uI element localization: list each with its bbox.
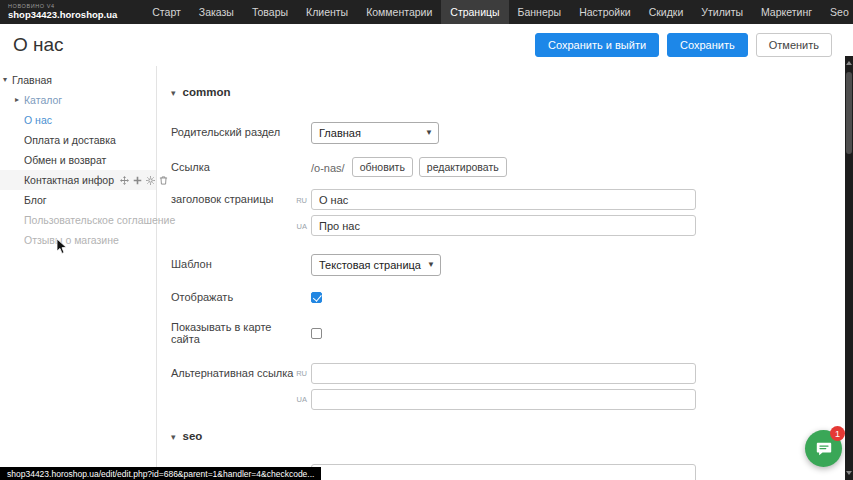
menu-item-settings[interactable]: Настройки (570, 0, 640, 24)
alt-link-label: Альтернативная ссылка (171, 363, 295, 380)
chat-unread-badge: 1 (830, 426, 845, 441)
caret-down-icon: ▾ (171, 88, 176, 98)
tree-item-exchange-return[interactable]: Обмен и возврат (0, 150, 156, 170)
move-icon[interactable] (120, 176, 129, 185)
page-title-label: заголовок страницы (171, 189, 295, 206)
menu-item-orders[interactable]: Заказы (190, 0, 243, 24)
link-edit-button[interactable]: редактировать (419, 157, 507, 177)
page-title-ua-input[interactable] (311, 215, 696, 236)
tree-item-main[interactable]: ▾ Главная (0, 70, 156, 90)
save-and-exit-button[interactable]: Сохранить и выйти (535, 33, 659, 57)
display-label: Отображать (171, 291, 295, 304)
section-seo[interactable]: ▾seo (171, 430, 845, 442)
page-header: О нас Сохранить и выйти Сохранить Отмени… (0, 24, 845, 66)
link-update-button[interactable]: обновить (352, 157, 413, 177)
link-label: Ссылка (171, 157, 295, 174)
parent-section-value: Главная (319, 127, 361, 139)
chat-bubble-icon (815, 440, 833, 458)
caret-down-icon[interactable]: ▾ (3, 75, 7, 84)
scroll-down-icon[interactable] (845, 468, 853, 478)
section-common-label: common (183, 86, 231, 98)
vertical-scrollbar[interactable] (845, 56, 853, 480)
tree-item-label: Оплата и доставка (24, 134, 116, 146)
menu-item-start[interactable]: Старт (143, 0, 190, 24)
menu-item-products[interactable]: Товары (243, 0, 297, 24)
chevron-down-icon: ▼ (427, 260, 435, 269)
cancel-button[interactable]: Отменить (756, 33, 832, 57)
tree-item-shop-reviews[interactable]: Отзывы о магазине (0, 230, 156, 250)
tree-item-label: Блог (24, 194, 47, 206)
pages-tree-sidebar: ▾ Главная ▸ Каталог О нас Оплата и доста… (0, 66, 157, 480)
add-icon[interactable] (133, 176, 142, 185)
tree-item-payment-delivery[interactable]: Оплата и доставка (0, 130, 156, 150)
topbar: НОВОВИНО V4 shop34423.horoshop.ua Старт … (0, 0, 853, 24)
alt-link-ru-input[interactable] (311, 363, 696, 384)
body: ▾ Главная ▸ Каталог О нас Оплата и доста… (0, 66, 845, 480)
menu-item-utilities[interactable]: Утилиты (692, 0, 752, 24)
caret-down-icon: ▾ (171, 432, 176, 442)
tree-item-label: Каталог (24, 94, 62, 106)
browser-status-url: shop34423.horoshop.ua/edit/edit.php?id=6… (0, 467, 321, 480)
sitemap-checkbox[interactable] (311, 328, 322, 339)
tree-item-label: Пользовательское соглашение (24, 214, 175, 226)
tree-item-label: Обмен и возврат (24, 154, 106, 166)
html-title-ru-input[interactable] (311, 464, 696, 480)
parent-section-label: Родительский раздел (171, 122, 295, 139)
lang-ru-label: RU (295, 195, 307, 205)
tree-item-catalog[interactable]: ▸ Каталог (0, 90, 156, 110)
gear-icon[interactable] (146, 176, 155, 185)
tree-item-label: О нас (24, 114, 52, 126)
brand-domain: shop34423.horoshop.ua (8, 10, 117, 20)
tree-item-about[interactable]: О нас (0, 110, 156, 130)
menu-item-banners[interactable]: Баннеры (509, 0, 571, 24)
parent-section-row: Родительский раздел Главная ▼ (171, 122, 845, 144)
tree-item-blog[interactable]: Блог (0, 190, 156, 210)
menu-item-discounts[interactable]: Скидки (640, 0, 693, 24)
menu-item-clients[interactable]: Клиенты (297, 0, 357, 24)
menu-item-marketing[interactable]: Маркетинг (752, 0, 821, 24)
tree-item-label: Главная (12, 74, 52, 86)
section-seo-label: seo (183, 430, 203, 442)
alt-link-ua-input[interactable] (311, 389, 696, 410)
tree-item-label: Контактная инфор (24, 174, 114, 186)
lang-ua-label: UA (295, 394, 307, 404)
link-row: Ссылка /o-nas/ обновить редактировать (171, 157, 845, 177)
lang-ua-label: UA (295, 221, 307, 231)
display-row: Отображать (171, 291, 845, 304)
sitemap-label: Показывать в карте сайта (171, 321, 295, 346)
page-title-ru-input[interactable] (311, 189, 696, 210)
chat-widget-button[interactable]: 1 (805, 430, 842, 467)
sitemap-row: Показывать в карте сайта (171, 321, 845, 346)
template-row: Шаблон Текстовая страница ▼ (171, 254, 845, 276)
template-label: Шаблон (171, 254, 295, 271)
display-checkbox[interactable] (311, 292, 322, 303)
link-value: /o-nas/ (311, 161, 345, 174)
brand-logo[interactable]: НОВОВИНО V4 shop34423.horoshop.ua (8, 4, 117, 20)
scrollbar-thumb[interactable] (846, 72, 852, 154)
menu-item-seo[interactable]: Seo (821, 0, 853, 24)
chevron-down-icon: ▼ (425, 128, 433, 137)
tree-item-label: Отзывы о магазине (24, 234, 119, 246)
menu-item-pages[interactable]: Страницы (441, 0, 508, 24)
app-window: НОВОВИНО V4 shop34423.horoshop.ua Старт … (0, 0, 853, 480)
tree-item-user-agreement[interactable]: Пользовательское соглашение (0, 210, 156, 230)
page-title-row: заголовок страницы RU UA (171, 189, 845, 236)
page-edit-form: ▾common Родительский раздел Главная ▼ Сс… (157, 66, 845, 480)
menu-item-comments[interactable]: Комментарии (357, 0, 441, 24)
scroll-up-icon[interactable] (845, 58, 853, 68)
template-value: Текстовая страница (319, 259, 421, 271)
caret-right-icon[interactable]: ▸ (15, 95, 19, 104)
save-button[interactable]: Сохранить (667, 33, 748, 57)
lang-ru-label: RU (295, 368, 307, 378)
header-actions: Сохранить и выйти Сохранить Отменить (535, 33, 832, 57)
section-common[interactable]: ▾common (171, 86, 845, 98)
page-title: О нас (13, 34, 64, 56)
alt-link-row: Альтернативная ссылка RU UA (171, 363, 845, 410)
top-menu: Старт Заказы Товары Клиенты Комментарии … (143, 0, 853, 24)
parent-section-select[interactable]: Главная ▼ (311, 122, 439, 144)
template-select[interactable]: Текстовая страница ▼ (311, 254, 441, 276)
tree-item-contact-info[interactable]: Контактная инфор (0, 170, 156, 190)
